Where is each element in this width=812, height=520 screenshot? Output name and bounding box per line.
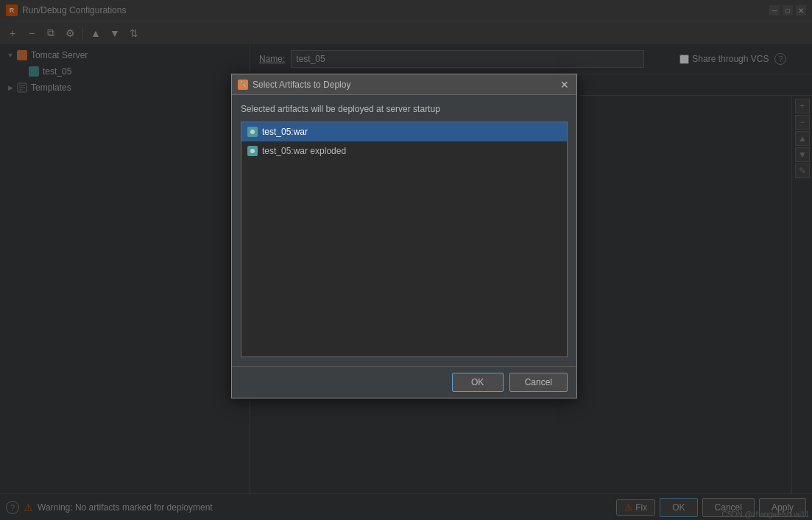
artifact-war-exploded-label: test_05:war exploded (262, 146, 346, 156)
artifact-item-war-exploded[interactable]: test_05:war exploded (241, 141, 567, 161)
artifact-war-label: test_05:war (262, 127, 308, 137)
modal-ok-button[interactable]: OK (452, 373, 504, 392)
modal-overlay: 🔧 Select Artifacts to Deploy ✕ Selected … (0, 0, 812, 520)
artifact-list: test_05:war test_05:war exploded (241, 122, 568, 357)
modal-title-bar: 🔧 Select Artifacts to Deploy ✕ (232, 74, 576, 95)
ide-window: R Run/Debug Configurations ─ □ ✕ + − ⧉ ⚙… (0, 0, 812, 520)
artifact-war-icon (247, 127, 258, 137)
modal-subtitle: Selected artifacts will be deployed at s… (241, 104, 568, 114)
artifact-item-war[interactable]: test_05:war (241, 122, 567, 141)
modal-body: Selected artifacts will be deployed at s… (232, 95, 576, 366)
modal-footer: OK Cancel (232, 366, 576, 398)
artifact-war-exploded-icon (247, 146, 258, 156)
modal-cancel-button[interactable]: Cancel (509, 373, 568, 392)
modal-title-left: 🔧 Select Artifacts to Deploy (238, 80, 350, 90)
modal-title-text: Select Artifacts to Deploy (253, 80, 350, 90)
modal-title-icon: 🔧 (238, 80, 248, 90)
modal-close-button[interactable]: ✕ (559, 79, 571, 91)
modal-select-artifacts: 🔧 Select Artifacts to Deploy ✕ Selected … (231, 74, 577, 398)
